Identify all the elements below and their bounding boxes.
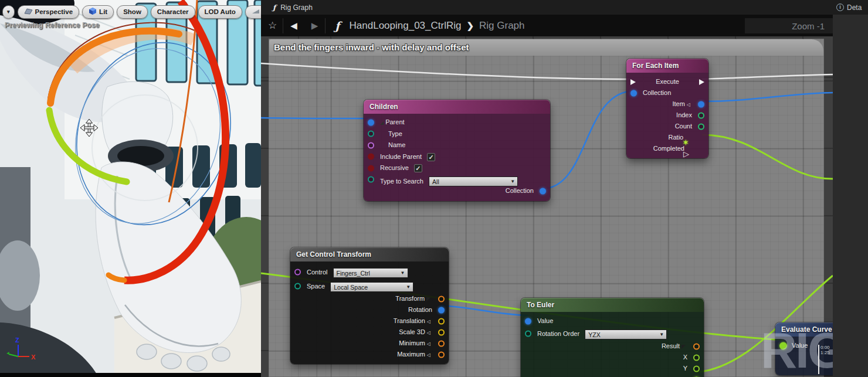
forward-button[interactable]: ▶ xyxy=(311,21,318,31)
pin-row-scale-3d[interactable]: Scale 3D◁ xyxy=(290,327,449,338)
struct-arrow-icon[interactable]: ◤ xyxy=(426,296,430,302)
expander-icon[interactable]: ◢ xyxy=(380,120,384,125)
pin-row-y[interactable]: Y xyxy=(521,363,704,374)
caret-down-icon: ▼ xyxy=(406,283,411,292)
pin-row-rotation-order[interactable]: Rotation Order YZX▼ xyxy=(521,327,704,341)
pin-value[interactable] xyxy=(525,318,531,324)
space-dropdown[interactable]: Local Space▼ xyxy=(330,282,413,292)
pin-result-out[interactable] xyxy=(693,343,700,349)
show-button[interactable]: Show xyxy=(117,5,148,19)
struct-arrow-icon[interactable]: ◤ xyxy=(681,344,686,349)
pin-translation-out[interactable] xyxy=(438,318,445,324)
pin-label: Type xyxy=(388,130,402,137)
details-panel-edge xyxy=(833,15,868,377)
pin-type-to-search[interactable] xyxy=(368,176,374,183)
pin-execute-in[interactable] xyxy=(630,79,636,85)
lit-button[interactable]: Lit xyxy=(82,5,114,19)
pin-x-out[interactable] xyxy=(693,354,700,361)
pin-row-item[interactable]: Item◁ xyxy=(626,99,708,110)
lit-label: Lit xyxy=(99,8,107,15)
pin-maximum-out[interactable] xyxy=(438,351,445,358)
details-info-icon: i xyxy=(836,4,844,11)
pin-type[interactable] xyxy=(368,131,374,137)
pin-completed-out[interactable]: ▷ xyxy=(683,150,689,158)
pin-row-maximum[interactable]: Maximum◁ xyxy=(290,349,449,360)
pin-rotation-order[interactable] xyxy=(525,331,531,337)
pin-parent[interactable] xyxy=(368,119,374,125)
curve-ruler-top: 0:00 xyxy=(820,345,830,350)
pin-row-space[interactable]: Space Local Space▼ xyxy=(290,279,449,293)
pin-value[interactable] xyxy=(779,342,787,349)
pin-row-name[interactable]: Name xyxy=(364,140,550,151)
pin-minimum-out[interactable] xyxy=(438,340,445,347)
perspective-button[interactable]: Perspective xyxy=(18,5,80,19)
screen-percentage-button[interactable]: x1.0 xyxy=(245,5,261,19)
pin-row-minimum[interactable]: Minimum◁ xyxy=(290,338,449,349)
node-children[interactable]: Children ◢Parent Type Name Include Paren… xyxy=(364,100,550,201)
rig-graph-canvas[interactable]: Bend the fingers inward - with delay and… xyxy=(261,36,833,377)
pin-name[interactable] xyxy=(368,142,374,148)
pin-row-ratio[interactable]: Ratio ✶ xyxy=(626,132,708,143)
include-parent-checkbox[interactable]: ✓ xyxy=(427,153,435,161)
pin-rotation-out[interactable] xyxy=(438,307,445,313)
pin-row-translation[interactable]: Translation◁ xyxy=(290,315,449,327)
pin-include-parent[interactable] xyxy=(368,154,374,160)
pin-row-control[interactable]: Control Fingers_Ctrl▼ xyxy=(290,265,449,279)
pin-row-x[interactable]: X xyxy=(521,352,704,363)
recursive-checkbox[interactable]: ✓ xyxy=(414,164,422,172)
tab-details[interactable]: i Deta xyxy=(832,0,868,15)
pin-control[interactable] xyxy=(294,269,301,276)
viewport-options-button[interactable]: ▾ xyxy=(2,5,15,19)
back-button[interactable]: ◀ xyxy=(290,21,297,31)
control-dropdown[interactable]: Fingers_Ctrl▼ xyxy=(333,268,408,278)
pin-index-out[interactable] xyxy=(698,112,704,118)
wire-rotation-to-value xyxy=(440,305,528,315)
collapse-arrow-icon[interactable]: ◁ xyxy=(427,341,430,347)
3d-viewport[interactable]: Z X ▾ Perspective Lit Show Character LOD… xyxy=(0,0,261,377)
pin-transform-out[interactable] xyxy=(438,296,445,302)
rotation-order-dropdown[interactable]: YZX▼ xyxy=(585,330,667,339)
pin-row-value[interactable]: Value xyxy=(521,315,704,327)
pin-execute-out[interactable] xyxy=(699,79,704,85)
pin-collection[interactable] xyxy=(630,90,637,96)
collapse-arrow-icon[interactable]: ◁ xyxy=(427,330,430,335)
pin-row-execute[interactable]: Execute xyxy=(626,76,708,87)
node-to-euler[interactable]: To Euler Value Rotation Order YZX▼ Resul… xyxy=(521,298,704,377)
pin-row-z[interactable]: Z xyxy=(521,374,704,377)
collapse-arrow-icon[interactable]: ◁ xyxy=(687,102,690,107)
dropdown-value: YZX xyxy=(588,331,600,338)
node-for-each-item[interactable]: For Each Item Execute Collection Item◁ I… xyxy=(626,59,708,158)
collapse-arrow-icon[interactable]: ◁ xyxy=(427,319,430,324)
pin-row-type-to-search[interactable]: Type to Search All▼ xyxy=(364,174,550,186)
character-button[interactable]: Character xyxy=(151,5,195,19)
pin-collection-out[interactable] xyxy=(540,188,546,194)
wire-execute-in xyxy=(261,63,629,79)
pin-count-out[interactable] xyxy=(698,123,704,130)
pin-row-include-parent[interactable]: Include Parent ✓ xyxy=(364,151,550,163)
pin-row-recursive[interactable]: Recursive ✓ xyxy=(364,162,550,174)
tab-rig-graph[interactable]: ƒ Rig Graph xyxy=(266,0,320,15)
pin-space[interactable] xyxy=(294,283,301,290)
collapse-arrow-icon[interactable]: ◁ xyxy=(427,352,430,358)
pin-row-parent[interactable]: ◢Parent xyxy=(364,117,550,128)
pin-row-collection-out[interactable]: Collection xyxy=(364,185,550,197)
breadcrumb-rig-name[interactable]: HandLooping_03_CtrlRig xyxy=(350,20,462,32)
pin-row-rotation[interactable]: Rotation xyxy=(290,304,449,315)
pin-row-type[interactable]: Type xyxy=(364,128,550,140)
pin-row-count[interactable]: Count xyxy=(626,121,708,132)
pin-row-transform[interactable]: Transform◤ xyxy=(290,293,449,304)
pin-scale-3d-out[interactable] xyxy=(438,329,445,335)
pin-row-result[interactable]: Result◤ xyxy=(521,341,704,352)
breadcrumb-current[interactable]: Rig Graph xyxy=(479,20,524,32)
character-label: Character xyxy=(157,8,189,15)
pin-row-collection[interactable]: Collection xyxy=(626,87,708,99)
node-get-control-transform[interactable]: Get Control Transform Control Fingers_Ct… xyxy=(290,247,449,364)
bookmark-star-icon[interactable]: ☆ xyxy=(268,19,277,32)
pin-recursive[interactable] xyxy=(368,165,374,171)
lod-auto-button[interactable]: LOD Auto xyxy=(198,5,242,19)
pin-item-out[interactable] xyxy=(698,101,704,107)
pin-y-out[interactable] xyxy=(693,365,700,372)
type-to-search-dropdown[interactable]: All▼ xyxy=(429,176,518,186)
pin-row-completed[interactable]: Completed ▷ xyxy=(626,143,708,154)
pin-row-index[interactable]: Index xyxy=(626,110,708,121)
